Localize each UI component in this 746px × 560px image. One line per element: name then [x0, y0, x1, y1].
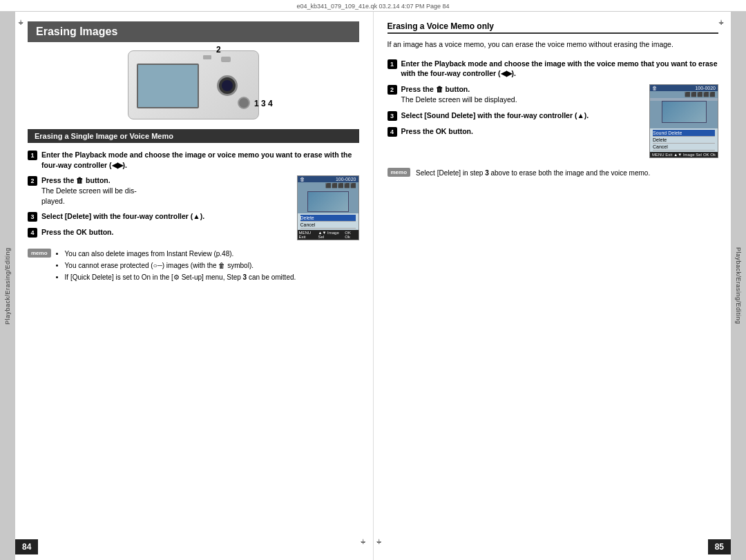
step-r3: 3 Select [Sound Delete] with the four-wa…	[388, 110, 644, 121]
step-num-2: 2	[28, 176, 37, 186]
step-3: 3 Select [Delete] with the four-way cont…	[28, 211, 291, 222]
memo-item-2: You cannot erase protected (○─) images (…	[65, 260, 296, 271]
step-num-3: 3	[28, 212, 37, 222]
step-num-4: 4	[28, 228, 37, 238]
memo-icon-right: memo	[388, 168, 411, 177]
step-r1: 1 Enter the Playback mode and choose the…	[388, 59, 719, 79]
lcd-menu: Delete Cancel	[298, 213, 358, 230]
page-right: + + Erasing a Voice Memo only If an imag…	[374, 12, 731, 560]
camera-lens	[217, 75, 238, 96]
lcd-screen-right: 🗑 100-0020 ⬛⬛⬛⬛⬛ Sound Delete Delete Can…	[649, 84, 718, 158]
lcd-menu-delete: Delete	[300, 215, 356, 222]
step-4: 4 Press the OK button.	[28, 227, 291, 238]
lcd-screen-left: 🗑 100-0020 ⬛⬛⬛⬛⬛ Delete Cancel MENU Ex	[297, 175, 359, 240]
step-text-1: Enter the Playback mode and choose the i…	[41, 150, 359, 170]
step-2: 2 Press the 🗑 button. The Delete screen …	[28, 175, 291, 206]
step-text-r2: Press the 🗑 button. The Delete screen wi…	[401, 84, 517, 104]
step-text-r1: Enter the Playback mode and choose the i…	[401, 59, 719, 79]
lcd-menu-cancel: Cancel	[300, 222, 356, 229]
top-bar-text: e04_kb341_079_109_41e.qk 03.2.14 4:07 PM…	[296, 3, 449, 10]
crosshair-br: +	[361, 538, 370, 546]
step-r2-row: 2 Press the 🗑 button. The Delete screen …	[388, 84, 719, 158]
camera-screen	[137, 64, 199, 108]
section-header-single: Erasing a Single Image or Voice Memo	[28, 129, 359, 143]
lcd-bottom: MENU Exit ▲▼ Image Sel OK Ok	[298, 230, 358, 240]
step-num-1: 1	[28, 151, 37, 160]
memo-box-right: memo Select [Delete] in step 3 above to …	[388, 168, 719, 178]
step-num-r3: 3	[388, 111, 397, 121]
camera-button	[221, 57, 231, 62]
step-r2: 2 Press the 🗑 button. The Delete screen …	[388, 84, 644, 104]
lcd-top: 🗑 100-0020	[298, 176, 358, 182]
step-r4: 4 Press the OK button.	[388, 126, 644, 137]
camera-area: 2 1 3 4	[28, 50, 359, 119]
lcd-right-photo	[650, 101, 718, 128]
step-text-3: Select [Delete] with the four-way contro…	[41, 211, 204, 222]
step-1: 1 Enter the Playback mode and choose the…	[28, 150, 359, 170]
memo-item-1: You can also delete images from Instant …	[65, 249, 296, 259]
step-text-r3: Select [Sound Delete] with the four-way …	[401, 110, 589, 121]
memo-item-3: If [Quick Delete] is set to On in the [⚙…	[65, 272, 296, 282]
memo-text-right: Select [Delete] in step 3 above to erase…	[416, 168, 650, 178]
lcd-right-cancel: Cancel	[653, 144, 715, 151]
page-title: Erasing Images	[28, 21, 359, 42]
section-header-voice: Erasing a Voice Memo only	[388, 21, 719, 34]
step-num-r2: 2	[388, 85, 397, 95]
right-sidebar-tab: Playback/Erasing/Editing	[731, 12, 746, 560]
lcd-right-sound-delete: Sound Delete	[653, 130, 715, 137]
label-134: 1 3 4	[254, 99, 273, 108]
memo-box: memo You can also delete images from Ins…	[28, 249, 359, 284]
step-text-4: Press the OK button.	[41, 227, 113, 238]
lcd-right-bottom: MENU Exit ▲▼ Image Sel OK Ok	[650, 152, 718, 157]
memo-icon: memo	[28, 249, 51, 258]
page-left: + + Erasing Images	[15, 12, 374, 560]
lcd-right-menu: Sound Delete Delete Cancel	[650, 128, 718, 152]
step-num-r1: 1	[388, 59, 397, 69]
page-number-right: 85	[708, 539, 731, 554]
crosshair-bl: +	[377, 538, 385, 546]
lcd-right-top: 🗑 100-0020	[650, 85, 718, 91]
camera-illustration	[128, 50, 259, 119]
step-2-row: 2 Press the 🗑 button. The Delete screen …	[28, 175, 359, 243]
camera-flash	[203, 55, 211, 59]
memo-list: You can also delete images from Instant …	[57, 249, 296, 284]
page-number-left: 84	[15, 539, 38, 554]
label-2: 2	[216, 45, 221, 55]
step-2-content: 2 Press the 🗑 button. The Delete screen …	[28, 175, 291, 243]
right-intro: If an image has a voice memo, you can er…	[388, 39, 719, 50]
left-sidebar-tab: Playback/Erasing/Editing	[0, 12, 15, 560]
crosshair-tr: +	[719, 19, 727, 27]
step-num-r4: 4	[388, 127, 397, 137]
lcd-right-delete: Delete	[653, 137, 715, 144]
step-text-2: Press the 🗑 button. The Delete screen wi…	[41, 175, 137, 206]
top-bar: e04_kb341_079_109_41e.qk 03.2.14 4:07 PM…	[0, 0, 746, 12]
camera-dpad	[238, 97, 250, 109]
step-text-r4: Press the OK button.	[401, 126, 473, 137]
lcd-photo-area	[298, 189, 358, 213]
step-r2-content: 2 Press the 🗑 button. The Delete screen …	[388, 84, 644, 142]
crosshair-tl: +	[19, 19, 27, 27]
